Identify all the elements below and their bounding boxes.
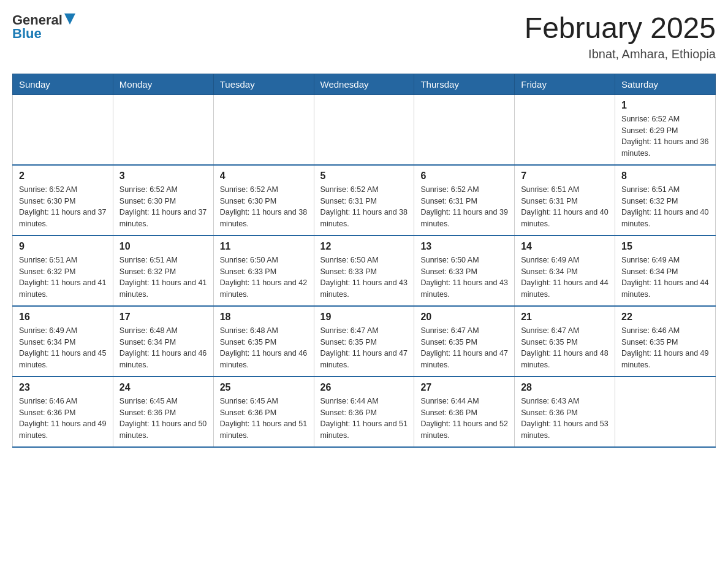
day-number: 27 xyxy=(420,382,508,393)
week-row-4: 16Sunrise: 6:49 AMSunset: 6:34 PMDayligh… xyxy=(13,306,716,377)
day-number: 19 xyxy=(320,312,408,323)
day-info: Sunrise: 6:47 AMSunset: 6:35 PMDaylight:… xyxy=(320,325,408,371)
day-number: 5 xyxy=(320,170,408,182)
header-tuesday: Tuesday xyxy=(213,74,314,94)
day-number: 11 xyxy=(220,241,308,252)
logo: General Blue xyxy=(12,12,75,42)
cell-week3-day0: 9Sunrise: 6:51 AMSunset: 6:32 PMDaylight… xyxy=(13,236,113,306)
week-row-1: 1Sunrise: 6:52 AMSunset: 6:29 PMDaylight… xyxy=(13,94,716,165)
cell-week2-day4: 6Sunrise: 6:52 AMSunset: 6:31 PMDaylight… xyxy=(414,165,515,236)
day-number: 26 xyxy=(320,382,408,393)
day-number: 20 xyxy=(420,312,508,323)
day-number: 15 xyxy=(621,241,709,252)
cell-week1-day1 xyxy=(113,94,213,165)
day-info: Sunrise: 6:52 AMSunset: 6:29 PMDaylight:… xyxy=(621,113,709,159)
cell-week1-day3 xyxy=(314,94,414,165)
cell-week1-day2 xyxy=(213,94,314,165)
cell-week1-day4 xyxy=(414,94,515,165)
header-saturday: Saturday xyxy=(615,74,716,94)
logo-text-blue: Blue xyxy=(12,26,75,42)
day-info: Sunrise: 6:50 AMSunset: 6:33 PMDaylight:… xyxy=(420,255,508,301)
day-info: Sunrise: 6:51 AMSunset: 6:32 PMDaylight:… xyxy=(119,255,207,301)
cell-week2-day5: 7Sunrise: 6:51 AMSunset: 6:31 PMDaylight… xyxy=(515,165,615,236)
day-number: 7 xyxy=(521,170,609,182)
cell-week3-day6: 15Sunrise: 6:49 AMSunset: 6:34 PMDayligh… xyxy=(615,236,716,306)
cell-week4-day2: 18Sunrise: 6:48 AMSunset: 6:35 PMDayligh… xyxy=(213,306,314,377)
day-number: 10 xyxy=(119,241,207,252)
day-number: 25 xyxy=(220,382,308,393)
day-number: 17 xyxy=(119,312,207,323)
day-info: Sunrise: 6:50 AMSunset: 6:33 PMDaylight:… xyxy=(320,255,408,301)
calendar-header: SundayMondayTuesdayWednesdayThursdayFrid… xyxy=(13,74,716,94)
day-number: 16 xyxy=(19,312,107,323)
day-number: 23 xyxy=(19,382,107,393)
cell-week2-day6: 8Sunrise: 6:51 AMSunset: 6:32 PMDaylight… xyxy=(615,165,716,236)
day-info: Sunrise: 6:52 AMSunset: 6:30 PMDaylight:… xyxy=(119,184,207,230)
day-number: 8 xyxy=(621,170,709,182)
day-info: Sunrise: 6:43 AMSunset: 6:36 PMDaylight:… xyxy=(521,396,609,442)
cell-week2-day3: 5Sunrise: 6:52 AMSunset: 6:31 PMDaylight… xyxy=(314,165,414,236)
day-info: Sunrise: 6:52 AMSunset: 6:30 PMDaylight:… xyxy=(220,184,308,230)
day-info: Sunrise: 6:45 AMSunset: 6:36 PMDaylight:… xyxy=(119,396,207,442)
header-monday: Monday xyxy=(113,74,213,94)
day-info: Sunrise: 6:48 AMSunset: 6:35 PMDaylight:… xyxy=(220,325,308,371)
cell-week5-day0: 23Sunrise: 6:46 AMSunset: 6:36 PMDayligh… xyxy=(13,377,113,447)
day-info: Sunrise: 6:52 AMSunset: 6:31 PMDaylight:… xyxy=(320,184,408,230)
cell-week3-day1: 10Sunrise: 6:51 AMSunset: 6:32 PMDayligh… xyxy=(113,236,213,306)
day-number: 24 xyxy=(119,382,207,393)
page-header: General Blue February 2025 Ibnat, Amhara… xyxy=(12,12,716,61)
day-number: 6 xyxy=(420,170,508,182)
cell-week5-day1: 24Sunrise: 6:45 AMSunset: 6:36 PMDayligh… xyxy=(113,377,213,447)
day-number: 4 xyxy=(220,170,308,182)
cell-week2-day2: 4Sunrise: 6:52 AMSunset: 6:30 PMDaylight… xyxy=(213,165,314,236)
calendar-subtitle: Ibnat, Amhara, Ethiopia xyxy=(525,47,716,61)
day-number: 1 xyxy=(621,100,709,111)
day-info: Sunrise: 6:50 AMSunset: 6:33 PMDaylight:… xyxy=(220,255,308,301)
cell-week1-day6: 1Sunrise: 6:52 AMSunset: 6:29 PMDaylight… xyxy=(615,94,716,165)
cell-week4-day1: 17Sunrise: 6:48 AMSunset: 6:34 PMDayligh… xyxy=(113,306,213,377)
calendar-table: SundayMondayTuesdayWednesdayThursdayFrid… xyxy=(12,74,716,448)
day-info: Sunrise: 6:51 AMSunset: 6:32 PMDaylight:… xyxy=(19,255,107,301)
day-number: 18 xyxy=(220,312,308,323)
week-row-5: 23Sunrise: 6:46 AMSunset: 6:36 PMDayligh… xyxy=(13,377,716,447)
day-info: Sunrise: 6:52 AMSunset: 6:31 PMDaylight:… xyxy=(420,184,508,230)
cell-week2-day0: 2Sunrise: 6:52 AMSunset: 6:30 PMDaylight… xyxy=(13,165,113,236)
header-thursday: Thursday xyxy=(414,74,515,94)
day-number: 12 xyxy=(320,241,408,252)
cell-week4-day6: 22Sunrise: 6:46 AMSunset: 6:35 PMDayligh… xyxy=(615,306,716,377)
day-info: Sunrise: 6:49 AMSunset: 6:34 PMDaylight:… xyxy=(19,325,107,371)
day-info: Sunrise: 6:44 AMSunset: 6:36 PMDaylight:… xyxy=(320,396,408,442)
cell-week3-day3: 12Sunrise: 6:50 AMSunset: 6:33 PMDayligh… xyxy=(314,236,414,306)
day-info: Sunrise: 6:44 AMSunset: 6:36 PMDaylight:… xyxy=(420,396,508,442)
week-row-3: 9Sunrise: 6:51 AMSunset: 6:32 PMDaylight… xyxy=(13,236,716,306)
week-row-2: 2Sunrise: 6:52 AMSunset: 6:30 PMDaylight… xyxy=(13,165,716,236)
day-number: 14 xyxy=(521,241,609,252)
day-number: 2 xyxy=(19,170,107,182)
day-number: 9 xyxy=(19,241,107,252)
calendar-body: 1Sunrise: 6:52 AMSunset: 6:29 PMDaylight… xyxy=(13,94,716,447)
cell-week2-day1: 3Sunrise: 6:52 AMSunset: 6:30 PMDaylight… xyxy=(113,165,213,236)
day-info: Sunrise: 6:51 AMSunset: 6:32 PMDaylight:… xyxy=(621,184,709,230)
cell-week5-day3: 26Sunrise: 6:44 AMSunset: 6:36 PMDayligh… xyxy=(314,377,414,447)
day-info: Sunrise: 6:47 AMSunset: 6:35 PMDaylight:… xyxy=(521,325,609,371)
cell-week4-day5: 21Sunrise: 6:47 AMSunset: 6:35 PMDayligh… xyxy=(515,306,615,377)
day-number: 22 xyxy=(621,312,709,323)
header-wednesday: Wednesday xyxy=(314,74,414,94)
day-info: Sunrise: 6:52 AMSunset: 6:30 PMDaylight:… xyxy=(19,184,107,230)
day-info: Sunrise: 6:47 AMSunset: 6:35 PMDaylight:… xyxy=(420,325,508,371)
days-of-week-row: SundayMondayTuesdayWednesdayThursdayFrid… xyxy=(13,74,716,94)
day-number: 21 xyxy=(521,312,609,323)
day-info: Sunrise: 6:49 AMSunset: 6:34 PMDaylight:… xyxy=(621,255,709,301)
cell-week1-day0 xyxy=(13,94,113,165)
day-info: Sunrise: 6:48 AMSunset: 6:34 PMDaylight:… xyxy=(119,325,207,371)
day-info: Sunrise: 6:46 AMSunset: 6:36 PMDaylight:… xyxy=(19,396,107,442)
day-number: 13 xyxy=(420,241,508,252)
title-block: February 2025 Ibnat, Amhara, Ethiopia xyxy=(525,12,716,61)
cell-week3-day4: 13Sunrise: 6:50 AMSunset: 6:33 PMDayligh… xyxy=(414,236,515,306)
day-info: Sunrise: 6:46 AMSunset: 6:35 PMDaylight:… xyxy=(621,325,709,371)
cell-week5-day4: 27Sunrise: 6:44 AMSunset: 6:36 PMDayligh… xyxy=(414,377,515,447)
cell-week4-day4: 20Sunrise: 6:47 AMSunset: 6:35 PMDayligh… xyxy=(414,306,515,377)
day-info: Sunrise: 6:49 AMSunset: 6:34 PMDaylight:… xyxy=(521,255,609,301)
logo-arrow-icon xyxy=(64,13,75,25)
svg-marker-0 xyxy=(64,13,75,25)
